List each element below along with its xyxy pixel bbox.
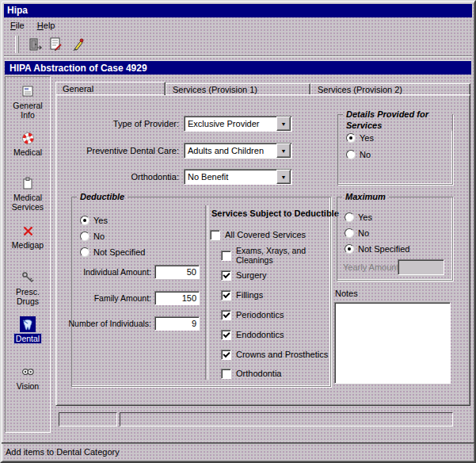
lifesaver-icon — [20, 130, 36, 146]
tabstrip: General Services (Provision 1) Services … — [55, 82, 470, 95]
statusbar: Add items to Dental Category — [2, 443, 474, 461]
sidebar-item-label: Vision — [17, 381, 39, 391]
sidebar-item-label: Presc. Drugs — [6, 287, 49, 306]
key-icon — [20, 270, 36, 285]
red-x-icon — [20, 223, 36, 239]
general-tab-panel — [55, 94, 470, 406]
signing-hand-icon[interactable] — [68, 35, 87, 54]
toolbar-drag-handle[interactable] — [15, 36, 19, 53]
menu-help[interactable]: Help — [33, 19, 59, 33]
status-cell-left — [59, 412, 117, 427]
sidebar-item-dental[interactable]: Dental — [6, 316, 50, 343]
menubar: File Help — [4, 19, 472, 33]
toolbar — [4, 33, 472, 56]
tab-services-provision-2[interactable]: Services (Provision 2) — [310, 83, 470, 95]
form-icon — [20, 83, 36, 99]
sidebar-item-label: General Info — [6, 101, 49, 120]
sidebar-item-vision[interactable]: Vision — [6, 364, 50, 391]
sidebar-item-medical[interactable]: Medical — [6, 130, 50, 157]
app-window: Hipa File Help — [0, 0, 476, 463]
menu-file[interactable]: File — [6, 19, 29, 33]
tab-general[interactable]: General — [55, 82, 166, 95]
inner-window-title: HIPA Abstraction of Case 4929 — [10, 63, 147, 74]
sidebar-item-label: Dental — [14, 334, 41, 343]
category-sidebar: General Info Medical Medical Services — [5, 76, 51, 433]
window-titlebar[interactable]: Hipa — [4, 4, 472, 17]
sidebar-item-label: Medigap — [12, 240, 44, 250]
tooth-icon — [20, 316, 36, 332]
edit-report-icon[interactable] — [47, 35, 66, 54]
sidebar-item-label: Medical — [13, 147, 42, 157]
sidebar-item-medigap[interactable]: Medigap — [6, 223, 50, 250]
eye-icon — [20, 364, 36, 380]
sidebar-item-medical-services[interactable]: Medical Services — [6, 175, 50, 212]
inner-window-titlebar[interactable]: HIPA Abstraction of Case 4929 — [5, 60, 471, 75]
sidebar-item-general-info[interactable]: General Info — [6, 83, 50, 120]
sidebar-item-label: Medical Services — [6, 193, 49, 212]
exit-door-icon[interactable] — [25, 35, 44, 54]
status-cell-right — [120, 412, 453, 427]
tab-services-provision-1[interactable]: Services (Provision 1) — [166, 83, 310, 95]
clipboard-icon — [20, 175, 36, 191]
statusbar-text: Add items to Dental Category — [6, 447, 120, 457]
sidebar-item-presc-drugs[interactable]: Presc. Drugs — [6, 270, 50, 306]
window-title: Hipa — [7, 5, 28, 16]
